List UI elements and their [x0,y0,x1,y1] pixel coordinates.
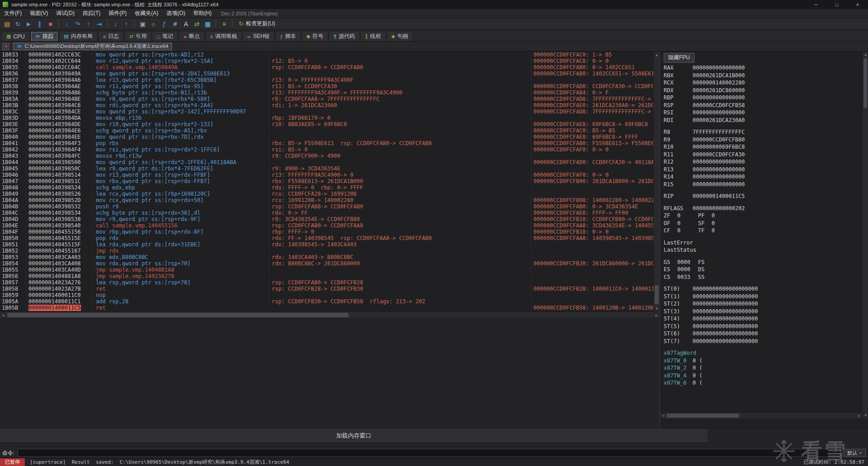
close-trace-button[interactable]: × [2,43,9,50]
register-row[interactable]: ST(7)00000000000000000000 [664,338,861,346]
register-row[interactable]: ST(2)00000000000000000000 [664,301,861,308]
trace-row[interactable]: 1B0460000000140398514mov r13,qword ptr s… [0,172,653,178]
register-row[interactable]: R150000000000000000 [664,181,861,189]
menu-item[interactable]: 选项(O) [162,9,189,18]
trace-row[interactable]: 1B04B0000000140398532push r9rsp: CCD0FCF… [0,203,653,210]
segment-row[interactable]: GS0000FS [664,259,861,267]
close-button[interactable]: × [847,0,868,9]
registers-horizontal-scrollbar[interactable]: ◄ ► [660,412,862,419]
menu-item[interactable]: 插件(P) [104,9,131,18]
tab-notes[interactable]: □笔记 [152,31,178,41]
load-memory-window-button[interactable]: 加载内存窗口 [0,429,708,442]
tab-breakpoints[interactable]: ●断点 [179,31,205,41]
register-row[interactable]: R120000000000000000 [664,159,861,166]
trace-row[interactable]: 1B05300000001403CA403mov edx,B80BC8BCrdx… [0,254,653,260]
flag-row[interactable]: CF0TF0 [664,227,861,235]
trace-row[interactable]: 1B050000000014045515Epop rdxrdx: FF-> 14… [0,235,653,241]
register-row[interactable]: RSI0000000000000000 [664,109,861,117]
minimize-button[interactable]: ─ [806,0,826,9]
register-row[interactable]: RBX00000261DCA1B000 [664,72,861,80]
tab-log[interactable]: ≡日志 [98,31,124,41]
trace-row[interactable]: 1B03800000001403984AEmov r11,qword ptr s… [0,83,653,89]
menu-item[interactable]: 调试(D) [52,9,79,18]
register-row[interactable]: LastStatus [664,247,861,254]
trace-row[interactable]: 1B04E0000000140398540call sample.vmp.140… [0,222,653,229]
register-row[interactable]: x87TagWord [664,350,861,358]
scroll-down-icon[interactable]: ▼ [654,305,660,311]
trace-row[interactable]: 1B03900000001403984B6xchg byte ptr ss:[r… [0,89,653,96]
check-update-button[interactable]: ↻ 检查更新(U) [235,19,279,29]
flag-row[interactable]: OF0SF0 [664,220,861,228]
scroll-down-icon[interactable]: ▼ [863,412,868,419]
trace-vscroll-thumb[interactable] [655,285,659,304]
register-row[interactable]: x87TW_20 ( [664,365,861,372]
tab-symbols[interactable]: ◆符号 [302,31,328,41]
trace-row[interactable]: 1B04F0000000140455156mov rbp,qword ptr s… [0,229,653,235]
assembler-fx-icon[interactable]: ƒ [159,19,170,29]
compare-icon[interactable]: ⇄ [192,19,202,29]
register-row[interactable]: LastError [664,240,861,247]
open-file-icon[interactable]: ▤ [2,19,12,29]
trace-row[interactable]: 1B04000000001403984EEmov qword ptr ss:[r… [0,134,653,140]
register-row[interactable]: R1000000000069F6BC8 [664,144,861,151]
flag-row[interactable]: ZF0PF0 [664,212,861,220]
trace-row[interactable]: 1B03B00000001403984C6mov rdi,qword ptr s… [0,102,653,108]
register-row[interactable]: RSP000000CCD0FCFB58 [664,102,861,110]
trace-row[interactable]: 1B03C00000001403984CEmov qword ptr ss:[r… [0,108,653,115]
register-row[interactable]: RBP0000000000000000 [664,94,861,102]
registers-vertical-scrollbar[interactable]: ▲ ▼ [862,52,868,419]
settings-gear-icon[interactable]: ☼ [148,19,159,29]
trace-row[interactable]: 1B057000000014023A276lea rsp,qword ptr s… [0,279,653,286]
register-row[interactable]: RDX00000261DC860000 [664,87,861,95]
register-row[interactable]: RFLAGS0000000000000202 [664,205,861,213]
registers-hscroll-thumb[interactable] [667,414,739,418]
menu-item[interactable]: 帮助(H) [189,9,216,18]
trace-over-icon[interactable]: ↑ [121,19,132,29]
trace-row[interactable]: 1B03A00000001403984BEmov r8,qword ptr ss… [0,96,653,102]
trace-row[interactable]: 1B058000000014023A27Bretrsp: CCD0FCFB28-… [0,286,653,292]
register-row[interactable]: R87FFFFFFFFFFFFFFC [664,129,861,137]
scroll-left-icon[interactable]: ◄ [660,413,666,419]
tab-memory-layout[interactable]: ▤内存布局 [59,31,97,41]
trace-row[interactable]: 1B05B00000001400011C5ret000000CCD0FCFB58… [0,305,653,311]
trace-row[interactable]: 1B0490000000140398526lea rcx,qword ptr s… [0,191,653,197]
font-icon[interactable]: A [181,19,191,29]
scroll-right-icon[interactable]: ► [856,413,862,419]
trace-row[interactable]: 1B0520000000140455167jmp rdx [0,248,653,254]
hash-icon[interactable]: # [170,19,180,29]
step-into-icon[interactable]: ↓ [61,19,72,29]
register-row[interactable]: ST(5)00000000000000000000 [664,323,861,331]
tab-references[interactable]: ⇄引用 [124,31,151,41]
trace-row[interactable]: 1B03F00000001403984E6xchg qword ptr ss:[… [0,127,653,134]
trace-row[interactable]: 1B03300000001402CC63Cmov qword ptr ss:[r… [0,52,653,58]
step-out-icon[interactable]: ↑ [83,19,94,29]
tab-handles[interactable]: ◈句柄 [387,31,413,41]
step-over-icon[interactable]: ↷ [72,19,83,29]
command-input[interactable] [18,449,840,457]
register-row[interactable]: ST(4)00000000000000000000 [664,315,861,323]
trace-file-tab[interactable]: ≫ C:\Users\90965\Desktop\新vmp研究\刚杀vmp3.9… [13,42,172,51]
trace-row[interactable]: 1B03D00000001403984DAmovsx ebp,r13brbp: … [0,115,653,121]
register-row[interactable]: ST(0)00000000000000000000 [664,286,861,293]
snapshot-icon[interactable]: ▣ [137,19,148,29]
tab-trace[interactable]: ≫跟踪 [30,31,59,41]
tab-source[interactable]: ¶源代码 [329,31,360,41]
trace-row[interactable]: 1B04D0000000140398538mov r9,qword ptr ss… [0,216,653,222]
trace-row[interactable]: 1B03500000001402CC64Ccall sample.vmp.140… [0,64,653,71]
run-icon[interactable]: ► [24,19,34,29]
register-row[interactable]: ST(6)00000000000000000000 [664,330,861,338]
register-row[interactable]: R130000000000000000 [664,166,861,174]
trace-row[interactable]: 1B0480000000140398524xchg edx,ebprdx: FF… [0,184,653,191]
trace-row[interactable]: 1B04C0000000140398534xchg byte ptr ss:[r… [0,210,653,216]
trace-row[interactable]: 1B051000000014045515Flea rdx,qword ptr d… [0,241,653,248]
menu-item[interactable]: 视图(V) [26,9,52,18]
trace-row[interactable]: 1B0440000000140398500mov qword ptr ss:[r… [0,159,653,165]
trace-row[interactable]: 1B047000000014039851Cmov rbx,qword ptr s… [0,178,653,184]
trace-row[interactable]: 1B04200000001403984F4mov rsi,qword ptr s… [0,146,653,153]
trace-row[interactable]: 1B03400000001402CC644mov r12,qword ptr s… [0,58,653,64]
segment-row[interactable]: ES0000DS [664,266,861,274]
register-row[interactable]: RDI00000261DCA230A0 [664,117,861,125]
scroll-right-icon[interactable]: ► [653,312,660,318]
registers-vscroll-thumb[interactable] [863,58,867,108]
register-row[interactable]: R9000000CCD0FCFB80 [664,137,861,144]
